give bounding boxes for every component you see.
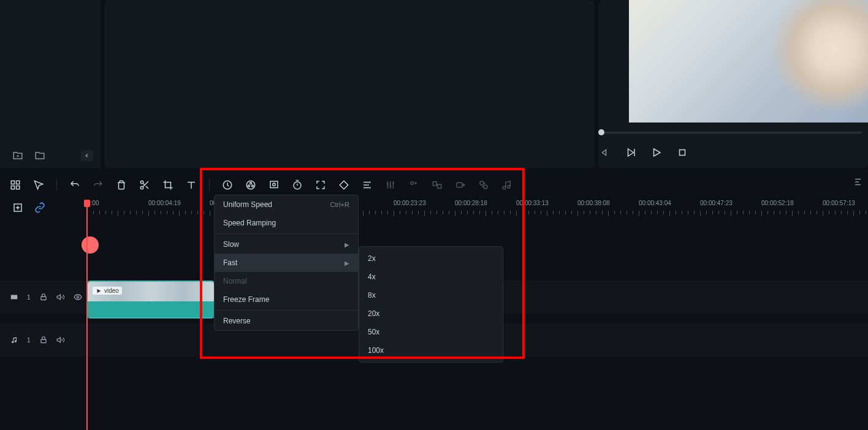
svg-point-10 <box>248 185 250 187</box>
speed-icon[interactable] <box>222 179 233 190</box>
menu-fast[interactable]: Fast ▶ <box>215 254 358 272</box>
ruler-timestamp: 00:00:04:19 <box>148 200 181 206</box>
ruler-timestamp: 00:00:33:13 <box>516 200 549 206</box>
ruler-timestamp: 00:00:52:18 <box>761 200 794 206</box>
sync-icon[interactable] <box>478 179 489 190</box>
mute-icon[interactable] <box>56 293 65 301</box>
playhead[interactable] <box>86 200 88 430</box>
svg-point-13 <box>273 183 276 186</box>
adjust-icon[interactable] <box>362 179 373 190</box>
menu-uniform-speed[interactable]: Uniform Speed Ctrl+R <box>215 195 358 214</box>
folder-add-icon[interactable] <box>12 150 23 161</box>
ruler-timestamp: 00:00:23:23 <box>394 200 426 206</box>
svg-rect-0 <box>680 150 685 156</box>
redo-icon[interactable] <box>93 179 104 190</box>
svg-rect-4 <box>17 186 20 189</box>
submenu-2x[interactable]: 2x <box>359 249 503 268</box>
preview-right-panel <box>598 0 868 168</box>
preview-center-panel <box>104 0 595 168</box>
play-step-icon[interactable] <box>625 147 636 158</box>
eye-icon[interactable] <box>74 293 82 301</box>
clip-label: video <box>93 287 122 295</box>
menu-freeze-frame[interactable]: Freeze Frame <box>215 290 358 309</box>
music-beat-icon[interactable] <box>501 179 512 190</box>
music-icon <box>10 336 18 344</box>
color-icon[interactable] <box>245 179 256 190</box>
lock-icon[interactable] <box>39 336 48 344</box>
play-icon[interactable] <box>651 147 662 158</box>
timer-icon[interactable] <box>292 179 303 190</box>
audio-mixer-icon[interactable] <box>385 179 396 190</box>
undo-icon[interactable] <box>69 179 80 190</box>
fast-submenu: 2x 4x 8x 20x 50x 100x <box>359 246 503 363</box>
video-clip[interactable]: video <box>86 281 215 319</box>
menu-reverse[interactable]: Reverse <box>215 312 358 330</box>
voice-icon[interactable] <box>408 179 419 190</box>
svg-point-6 <box>140 186 143 189</box>
playback-scrubber[interactable] <box>598 129 862 137</box>
timeline-toolbar <box>0 176 868 194</box>
svg-rect-3 <box>11 186 14 189</box>
grid2-icon[interactable] <box>432 179 443 190</box>
svg-point-21 <box>484 185 487 189</box>
svg-rect-2 <box>17 181 20 184</box>
add-track-icon[interactable] <box>12 202 23 213</box>
menu-slow[interactable]: Slow ▶ <box>215 235 358 254</box>
menu-speed-ramping[interactable]: Speed Ramping <box>215 214 358 232</box>
svg-point-9 <box>250 183 252 184</box>
svg-point-15 <box>411 182 414 185</box>
ruler-timestamp: 00:00:28:18 <box>455 200 487 206</box>
ruler-timestamp: 00:00:43:04 <box>639 200 671 206</box>
record-icon[interactable] <box>455 179 466 190</box>
svg-point-5 <box>140 181 143 184</box>
preview-video-frame <box>629 0 868 123</box>
crop-icon[interactable] <box>162 179 173 190</box>
svg-rect-26 <box>40 339 45 342</box>
cut-icon[interactable] <box>139 179 150 190</box>
text-icon[interactable] <box>186 179 197 190</box>
grid-icon[interactable] <box>10 179 21 190</box>
svg-point-20 <box>480 181 484 185</box>
delete-icon[interactable] <box>116 179 127 190</box>
cursor-icon[interactable] <box>33 179 44 190</box>
svg-rect-24 <box>40 296 45 300</box>
svg-rect-16 <box>433 182 436 186</box>
svg-rect-1 <box>11 181 14 184</box>
svg-rect-23 <box>11 295 18 300</box>
ruler-timestamp: 00:00:57:13 <box>823 200 855 206</box>
chevron-right-icon: ▶ <box>345 241 349 248</box>
step-back-icon[interactable] <box>600 147 611 158</box>
submenu-100x[interactable]: 100x <box>359 341 503 360</box>
marker-circle[interactable] <box>82 236 99 254</box>
submenu-20x[interactable]: 20x <box>359 304 503 323</box>
ruler-timestamp: 00:00:47:23 <box>700 200 733 206</box>
submenu-4x[interactable]: 4x <box>359 268 503 286</box>
lock-icon[interactable] <box>39 293 48 301</box>
svg-point-19 <box>463 184 465 186</box>
timeline-ruler[interactable]: 0:00 00:00:04:19 00:00:0 00:00:23:23 00:… <box>69 200 868 219</box>
video-track-index: 1 <box>27 294 31 301</box>
svg-rect-17 <box>438 184 441 188</box>
chevron-right-icon: ▶ <box>345 260 349 266</box>
speed-context-menu: Uniform Speed Ctrl+R Speed Ramping Slow … <box>214 195 359 331</box>
svg-point-11 <box>252 185 254 187</box>
stop-icon[interactable] <box>677 147 688 158</box>
svg-point-25 <box>77 296 79 298</box>
collapse-panel-button[interactable] <box>81 150 93 161</box>
media-panel <box>0 0 101 168</box>
ruler-timestamp: 00:00:38:08 <box>577 200 610 206</box>
svg-rect-18 <box>457 183 462 187</box>
folder-icon[interactable] <box>34 150 45 161</box>
settings-toggle-icon[interactable] <box>853 176 864 187</box>
keyframe-icon[interactable] <box>338 179 349 190</box>
greenscreen-icon[interactable] <box>268 179 280 190</box>
fullscreen-icon[interactable] <box>315 179 326 190</box>
scrubber-handle[interactable] <box>598 129 604 135</box>
mute-icon[interactable] <box>56 336 65 344</box>
submenu-50x[interactable]: 50x <box>359 323 503 341</box>
menu-normal: Normal <box>215 272 358 290</box>
audio-track-index: 1 <box>27 337 31 344</box>
video-track-icon <box>10 293 18 301</box>
link-icon[interactable] <box>34 202 45 213</box>
submenu-8x[interactable]: 8x <box>359 286 503 304</box>
